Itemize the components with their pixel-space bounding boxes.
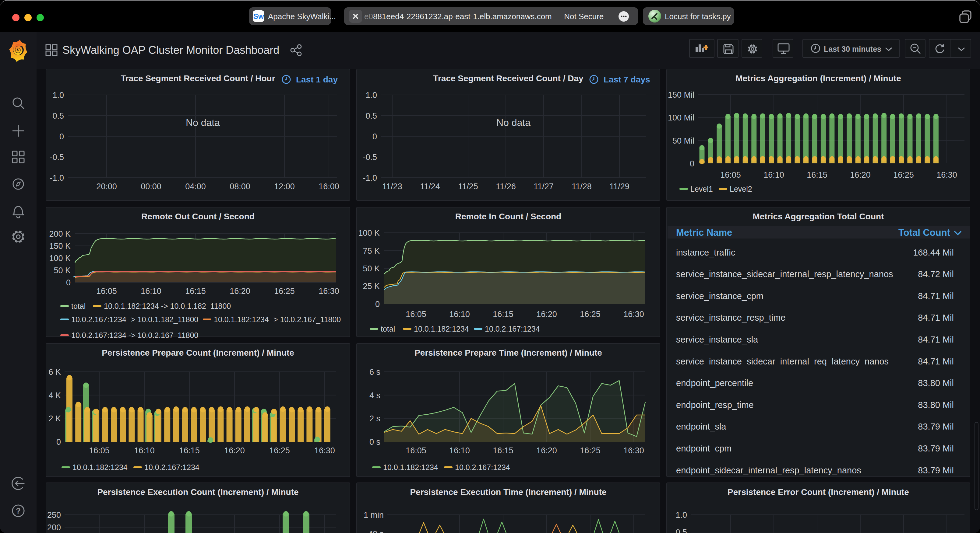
svg-text:83.79 Mil: 83.79 Mil <box>918 422 954 431</box>
svg-text:0: 0 <box>56 438 61 447</box>
svg-text:16:10: 16:10 <box>134 446 155 455</box>
svg-text:11/24: 11/24 <box>420 182 440 191</box>
svg-text:1.0: 1.0 <box>366 90 377 100</box>
svg-text:-0.5: -0.5 <box>49 153 64 162</box>
svg-text:10.0.1.182:1234: 10.0.1.182:1234 <box>414 325 469 333</box>
svg-text:50 K: 50 K <box>54 266 71 275</box>
svg-text:16:30: 16:30 <box>937 170 957 179</box>
svg-text:instance_traffic: instance_traffic <box>676 247 735 257</box>
svg-text:16:30: 16:30 <box>314 446 335 455</box>
svg-text:75 K: 75 K <box>363 246 380 255</box>
svg-text:20:00: 20:00 <box>96 182 117 191</box>
svg-text:16:05: 16:05 <box>720 170 741 179</box>
svg-text:200: 200 <box>47 523 61 532</box>
svg-text:-1.0: -1.0 <box>49 173 64 182</box>
svg-text:150 Mil: 150 Mil <box>668 90 694 100</box>
svg-text:total: total <box>71 302 86 310</box>
svg-text:-1.0: -1.0 <box>363 173 377 182</box>
svg-text:4 K: 4 K <box>48 391 61 400</box>
svg-text:10.0.1.182:1234 -> 10.0.1.182_: 10.0.1.182:1234 -> 10.0.1.182_11800 <box>104 302 231 310</box>
svg-text:12:00: 12:00 <box>274 182 295 191</box>
svg-text:00:00: 00:00 <box>141 182 161 191</box>
svg-text:100 K: 100 K <box>49 254 71 263</box>
svg-text:16:15: 16:15 <box>493 446 514 455</box>
svg-text:10.0.1.182:1234: 10.0.1.182:1234 <box>383 463 438 471</box>
svg-text:16:05: 16:05 <box>96 287 117 296</box>
svg-text:10.0.2.167:1234: 10.0.2.167:1234 <box>455 463 510 471</box>
svg-text:16:05: 16:05 <box>406 446 426 455</box>
svg-text:0 s: 0 s <box>369 438 380 447</box>
svg-text:10.0.2.167:1234: 10.0.2.167:1234 <box>485 325 540 333</box>
svg-text:50 Mil: 50 Mil <box>672 136 694 146</box>
svg-text:total: total <box>381 325 395 333</box>
svg-text:84.71 Mil: 84.71 Mil <box>918 313 954 322</box>
svg-text:200 K: 200 K <box>49 229 71 238</box>
svg-text:83.79 Mil: 83.79 Mil <box>918 465 954 475</box>
svg-text:16:15: 16:15 <box>179 446 200 455</box>
svg-text:1.0: 1.0 <box>676 511 687 520</box>
svg-text:Level2: Level2 <box>730 185 752 193</box>
svg-text:16:25: 16:25 <box>274 287 295 296</box>
svg-text:1.0: 1.0 <box>52 90 64 100</box>
svg-text:16:20: 16:20 <box>224 446 245 455</box>
svg-text:16:10: 16:10 <box>449 310 470 319</box>
svg-text:0.5: 0.5 <box>676 528 687 533</box>
svg-text:16:15: 16:15 <box>185 287 206 296</box>
svg-text:250: 250 <box>47 511 61 520</box>
svg-text:11/23: 11/23 <box>382 182 402 191</box>
svg-text:6 s: 6 s <box>369 368 380 377</box>
svg-text:16:10: 16:10 <box>449 446 470 455</box>
svg-text:2 s: 2 s <box>369 414 380 423</box>
svg-text:16:30: 16:30 <box>624 310 644 319</box>
svg-text:16:20: 16:20 <box>850 170 871 179</box>
svg-text:08:00: 08:00 <box>230 182 250 191</box>
svg-text:16:05: 16:05 <box>89 446 110 455</box>
svg-text:16:15: 16:15 <box>807 170 827 179</box>
svg-text:4 s: 4 s <box>369 391 380 400</box>
svg-text:Total Count: Total Count <box>898 227 950 238</box>
svg-text:84.72 Mil: 84.72 Mil <box>918 269 954 279</box>
svg-text:16:30: 16:30 <box>624 446 644 455</box>
svg-text:11/25: 11/25 <box>458 182 478 191</box>
svg-text:0.5: 0.5 <box>366 111 377 121</box>
svg-text:1 min: 1 min <box>364 511 384 520</box>
svg-text:84.71 Mil: 84.71 Mil <box>918 335 954 344</box>
svg-text:16:20: 16:20 <box>536 446 557 455</box>
svg-text:16:10: 16:10 <box>141 287 161 296</box>
svg-text:100 Mil: 100 Mil <box>668 113 694 122</box>
svg-text:service_instance_sidecar_inter: service_instance_sidecar_internal_req_la… <box>676 357 889 366</box>
svg-text:?: ? <box>16 506 21 516</box>
svg-text:16:25: 16:25 <box>580 446 601 455</box>
svg-text:10.0.1.182:1234: 10.0.1.182:1234 <box>73 463 127 471</box>
svg-text:0: 0 <box>375 300 380 309</box>
svg-text:16:00: 16:00 <box>318 182 339 191</box>
svg-text:16:30: 16:30 <box>318 287 339 296</box>
svg-text:100 K: 100 K <box>358 228 380 238</box>
svg-text:83.79 Mil: 83.79 Mil <box>918 444 954 453</box>
svg-text:0: 0 <box>66 278 71 287</box>
svg-text:endpoint_sla: endpoint_sla <box>676 422 726 431</box>
svg-text:endpoint_resp_time: endpoint_resp_time <box>676 400 754 410</box>
svg-text:16:25: 16:25 <box>580 310 601 319</box>
svg-text:83.80 Mil: 83.80 Mil <box>918 378 954 388</box>
svg-text:16:25: 16:25 <box>269 446 290 455</box>
svg-text:10.0.2.167:1234 -> 10.0.2.167_: 10.0.2.167:1234 -> 10.0.2.167_11800 <box>71 331 198 338</box>
svg-text:service_instance_resp_time: service_instance_resp_time <box>676 313 785 322</box>
svg-text:11/28: 11/28 <box>572 182 592 191</box>
svg-text:Last 1 day: Last 1 day <box>296 75 338 84</box>
svg-text:endpoint_percentile: endpoint_percentile <box>676 378 753 388</box>
svg-text:service_instance_sidecar_inter: service_instance_sidecar_internal_resp_l… <box>676 269 893 279</box>
svg-text:16:15: 16:15 <box>493 310 514 319</box>
svg-text:6 K: 6 K <box>48 368 61 377</box>
svg-text:168.44 Mil: 168.44 Mil <box>913 247 954 257</box>
svg-text:endpoint_cpm: endpoint_cpm <box>676 444 732 453</box>
svg-text:16:20: 16:20 <box>230 287 250 296</box>
svg-text:0.5: 0.5 <box>52 111 64 121</box>
svg-text:16:10: 16:10 <box>764 170 784 179</box>
svg-text:service_instance_sla: service_instance_sla <box>676 335 758 344</box>
svg-text:16:05: 16:05 <box>406 310 426 319</box>
svg-text:Sw: Sw <box>253 12 264 21</box>
svg-text:No data: No data <box>186 117 220 128</box>
svg-text:10.0.2.167:1234 -> 10.0.1.182_: 10.0.2.167:1234 -> 10.0.1.182_11800 <box>71 315 198 324</box>
svg-text:50 K: 50 K <box>363 264 380 273</box>
